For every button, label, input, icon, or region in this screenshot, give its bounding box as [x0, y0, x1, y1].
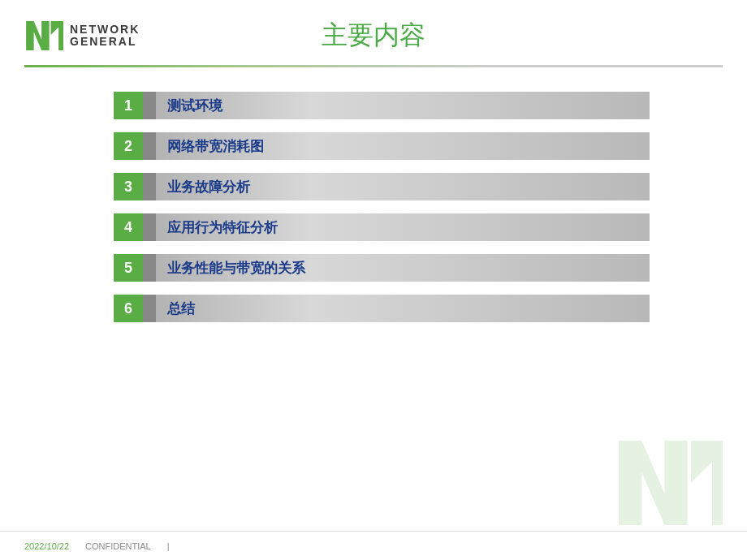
menu-number-5: 5 [114, 254, 143, 282]
menu-number-2: 2 [114, 132, 143, 160]
menu-bar-3: 业务故障分析 [143, 173, 650, 200]
menu-item-4[interactable]: 4应用行为特征分析 [114, 213, 650, 241]
menu-label-5: 业务性能与带宽的关系 [159, 259, 305, 278]
menu-bar-5: 业务性能与带宽的关系 [143, 254, 650, 282]
menu-item-2[interactable]: 2网络带宽消耗图 [114, 132, 650, 160]
footer-confidential: CONFIDENTIAL [85, 541, 151, 551]
menu-bar-4: 应用行为特征分析 [143, 213, 650, 241]
footer: 2022/10/22 CONFIDENTIAL | [0, 531, 747, 560]
menu-number-6: 6 [114, 295, 143, 322]
header: NETWORK GENERAL 主要内容 [0, 0, 747, 65]
main-content: 1测试环境2网络带宽消耗图3业务故障分析4应用行为特征分析5业务性能与带宽的关系… [0, 75, 747, 338]
menu-label-4: 应用行为特征分析 [159, 218, 278, 237]
menu-number-4: 4 [114, 213, 143, 241]
footer-date: 2022/10/22 [24, 541, 69, 551]
menu-item-5[interactable]: 5业务性能与带宽的关系 [114, 254, 650, 282]
menu-number-1: 1 [114, 92, 143, 119]
header-divider [24, 65, 723, 67]
menu-item-3[interactable]: 3业务故障分析 [114, 173, 650, 200]
page-title: 主要内容 [24, 18, 723, 54]
svg-marker-2 [619, 441, 688, 525]
menu-label-3: 业务故障分析 [159, 178, 250, 196]
menu-bar-1: 测试环境 [143, 92, 650, 119]
menu-label-2: 网络带宽消耗图 [159, 137, 264, 156]
svg-marker-3 [691, 441, 723, 525]
footer-separator: | [167, 541, 170, 551]
menu-label-6: 总结 [159, 299, 195, 318]
menu-label-1: 测试环境 [159, 97, 222, 115]
menu-number-3: 3 [114, 173, 143, 200]
menu-bar-6: 总结 [143, 295, 650, 322]
menu-item-6[interactable]: 6总结 [114, 295, 650, 322]
watermark-logo [617, 438, 723, 528]
menu-item-1[interactable]: 1测试环境 [114, 92, 650, 119]
menu-bar-2: 网络带宽消耗图 [143, 132, 650, 160]
